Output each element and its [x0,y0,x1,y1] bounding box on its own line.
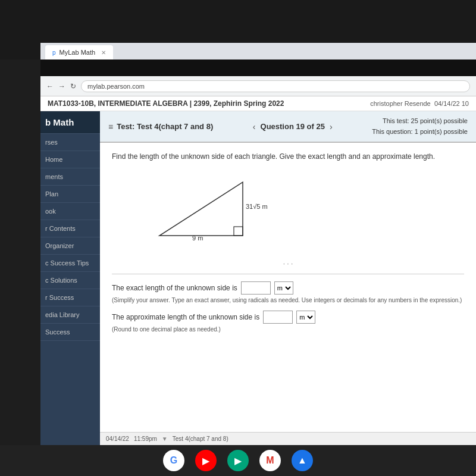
question-points: This question: 1 point(s) possible [372,127,468,137]
test-points: This test: 25 point(s) possible [372,116,468,127]
taskbar-google-icon[interactable]: G [163,450,184,471]
sidebar-item-success-tips[interactable]: c Success Tips [40,255,100,272]
user-info: christopher Resende 04/14/22 10 [370,100,469,107]
test-title: Test: Test 4(chapt 7 and 8) [117,122,213,131]
sidebar-item-courses[interactable]: rses [40,134,100,151]
test-info: This test: 25 point(s) possible This que… [372,116,468,137]
main-browser-content: MAT1033-10B, INTERMEDIATE ALGEBRA | 2399… [40,96,476,445]
taskbar-gmail-icon[interactable]: M [259,450,281,471]
tab-strip: p MyLab Math ✕ [40,43,476,60]
exact-hint: (Simplify your answer. Type an exact ans… [112,297,464,303]
footer-date: 04/14/22 [106,436,129,442]
address-bar: ← → ↻ mylab.pearson.com [40,76,476,96]
tab-label: MyLab Math [60,49,96,56]
exact-answer-row: The exact length of the unknown side is … [112,281,464,295]
test-header: ≡ Test: Test 4(chapt 7 and 8) ‹ Question… [100,111,476,143]
active-tab[interactable]: p MyLab Math ✕ [45,45,113,60]
footer-separator: ▼ [162,436,168,442]
sidebar-item-plan[interactable]: Plan [40,186,100,203]
header-date: 04/14/22 10 [434,100,469,107]
sidebar: b Math rses Home ments Plan ook r Conten… [40,111,100,445]
dots-separator: · · · [112,259,464,268]
test-title-area: ≡ Test: Test 4(chapt 7 and 8) [108,122,213,131]
sidebar-item-media[interactable]: edia Library [40,306,100,324]
taskbar-youtube-icon[interactable]: ▶ [195,450,217,471]
exact-unit-select[interactable]: m ft [274,281,293,295]
approx-hint: (Round to one decimal place as needed.) [112,326,464,333]
svg-rect-1 [234,227,243,236]
footer-test-label: Test 4(chapt 7 and 8) [173,436,228,442]
back-icon[interactable]: ← [46,82,54,90]
sidebar-brand: b Math [40,111,100,134]
refresh-icon[interactable]: ↻ [70,82,76,90]
user-name: christopher Resende [370,100,431,107]
sidebar-item-home[interactable]: Home [40,151,100,168]
triangle-svg: 9 m 31√5 m [148,170,278,248]
page-header: MAT1033-10B, INTERMEDIATE ALGEBRA | 2399… [40,96,476,111]
left-panel [0,60,40,445]
question-area: Find the length of the unknown side of e… [100,143,476,349]
question-counter: Question 19 of 25 [261,122,325,131]
tab-favicon: p [52,49,56,56]
taskbar: G ▶ ▶ M ▲ [0,445,476,476]
approx-unit-select[interactable]: m ft [296,311,315,324]
taskbar-play-icon[interactable]: ▶ [227,450,249,471]
taskbar-drive-icon[interactable]: ▲ [292,450,313,471]
tab-close-icon[interactable]: ✕ [101,49,106,56]
approx-answer-row: The approximate length of the unknown si… [112,311,464,324]
body-area: b Math rses Home ments Plan ook r Conten… [40,111,476,445]
sidebar-item-contents[interactable]: r Contents [40,220,100,237]
next-question-arrow[interactable]: › [330,122,333,131]
exact-label: The exact length of the unknown side is [112,284,237,292]
svg-marker-0 [159,182,243,236]
menu-icon[interactable]: ≡ [108,122,113,131]
footer-time: 11:59pm [134,436,157,442]
exact-answer-input[interactable] [241,281,271,295]
svg-text:9 m: 9 m [192,234,203,242]
sidebar-item-ebook[interactable]: ook [40,203,100,220]
sidebar-item-solutions[interactable]: c Solutions [40,272,100,289]
svg-text:31√5 m: 31√5 m [246,203,268,210]
main-content: ≡ Test: Test 4(chapt 7 and 8) ‹ Question… [100,111,476,445]
course-title: MAT1033-10B, INTERMEDIATE ALGEBRA | 2399… [48,99,284,108]
triangle-diagram: 9 m 31√5 m [148,170,278,248]
url-bar[interactable]: mylab.pearson.com [81,80,470,92]
question-nav: ‹ Question 19 of 25 › [253,122,333,131]
sidebar-item-assignments[interactable]: ments [40,168,100,186]
sidebar-item-rsuccess[interactable]: r Success [40,289,100,306]
forward-icon[interactable]: → [58,82,65,90]
prev-question-arrow[interactable]: ‹ [253,122,256,131]
sidebar-item-organizer[interactable]: Organizer [40,237,100,255]
question-instruction: Find the length of the unknown side of e… [112,152,464,161]
approx-label: The approximate length of the unknown si… [112,313,259,321]
approx-answer-input[interactable] [263,311,293,324]
footer-bar: 04/14/22 11:59pm ▼ Test 4(chapt 7 and 8) [100,432,476,445]
sidebar-item-success[interactable]: Success [40,324,100,341]
divider-1 [112,274,464,274]
